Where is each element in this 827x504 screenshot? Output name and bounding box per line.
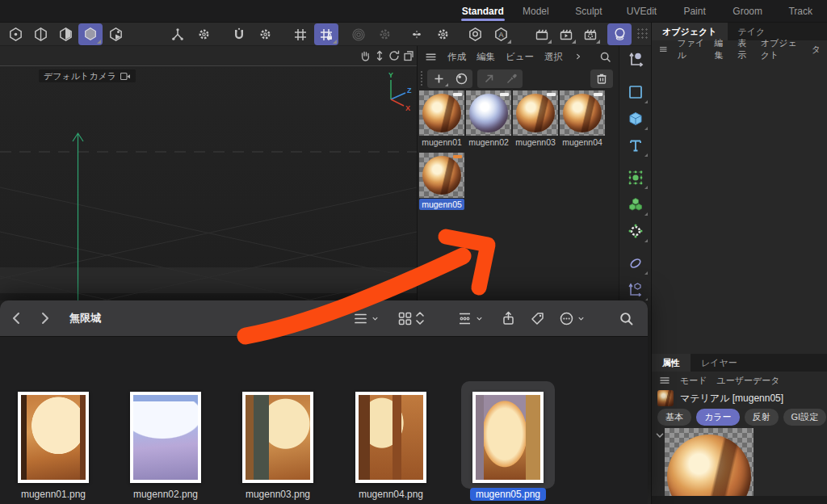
toggle-views-icon[interactable] bbox=[402, 49, 415, 62]
material-item[interactable]: mugenn04 bbox=[560, 90, 605, 148]
axis-mode-icon[interactable] bbox=[103, 23, 128, 45]
channel-color[interactable]: カラー bbox=[696, 409, 740, 426]
render-settings-icon[interactable] bbox=[578, 23, 602, 45]
material-enabled-tick[interactable] bbox=[594, 93, 602, 96]
file-item-selected[interactable]: mugenn05.png bbox=[455, 382, 560, 501]
material-item-selected[interactable]: mugenn05 bbox=[419, 153, 464, 210]
attribute-burger-icon[interactable] bbox=[659, 375, 670, 386]
add-material-button[interactable] bbox=[427, 69, 450, 88]
edges-mode-icon[interactable] bbox=[28, 23, 52, 45]
field-object-icon[interactable] bbox=[622, 250, 649, 276]
tab-track[interactable]: Track bbox=[774, 0, 827, 23]
menu-overflow-chevron-icon[interactable] bbox=[573, 52, 583, 61]
points-mode-icon[interactable] bbox=[3, 23, 27, 45]
menu-select[interactable]: 選択 bbox=[544, 51, 563, 63]
grid-icon[interactable] bbox=[288, 23, 313, 45]
pick-material-button[interactable] bbox=[500, 69, 523, 88]
material-item[interactable]: mugenn01 bbox=[419, 90, 464, 148]
snap-settings-gear-icon[interactable] bbox=[253, 23, 277, 45]
tab-model[interactable]: Model bbox=[510, 0, 563, 23]
falloff-settings-gear-icon[interactable] bbox=[372, 23, 397, 45]
material-name[interactable]: mugenn05 bbox=[419, 199, 464, 210]
model-mode-icon[interactable] bbox=[78, 23, 103, 45]
menu-file[interactable]: ファイル bbox=[678, 37, 705, 61]
rotate-view-icon[interactable] bbox=[388, 49, 401, 62]
viewport-3d[interactable]: デフォルトカメラ Y Z X bbox=[0, 65, 417, 300]
workplane-lock-icon[interactable] bbox=[314, 23, 338, 45]
instance-object-icon[interactable] bbox=[622, 277, 649, 300]
tab-layers[interactable]: レイヤー bbox=[691, 354, 748, 372]
auto-mode-icon[interactable]: A bbox=[489, 23, 513, 45]
finder-search-icon[interactable] bbox=[619, 311, 634, 326]
symmetry-icon[interactable] bbox=[405, 23, 429, 45]
menu-tags-truncated[interactable]: タ bbox=[812, 44, 821, 56]
material-name[interactable]: mugenn03 bbox=[513, 136, 558, 148]
material-search-icon[interactable] bbox=[599, 51, 611, 63]
zoom-view-icon[interactable] bbox=[373, 49, 386, 62]
file-item[interactable]: mugenn04.png bbox=[338, 382, 443, 501]
assign-material-button[interactable] bbox=[477, 69, 500, 88]
material-preview[interactable] bbox=[665, 428, 754, 496]
list-view-chevron-icon[interactable] bbox=[371, 314, 380, 323]
menu-create[interactable]: 作成 bbox=[447, 51, 466, 63]
toolbar-drag-handle[interactable] bbox=[636, 27, 649, 40]
menu-edit[interactable]: 編集 bbox=[715, 37, 728, 61]
icon-view-icon[interactable] bbox=[397, 311, 413, 326]
menu-object[interactable]: オブジェクト bbox=[761, 37, 802, 61]
spline-tool-icon[interactable] bbox=[622, 79, 649, 105]
file-name[interactable]: mugenn03.png bbox=[240, 488, 316, 501]
share-icon[interactable] bbox=[501, 311, 516, 326]
file-item[interactable]: mugenn02.png bbox=[113, 382, 218, 501]
text-tool-icon[interactable] bbox=[622, 132, 649, 158]
channel-gi[interactable]: GI設定 bbox=[783, 409, 827, 426]
group-view-icon[interactable] bbox=[457, 311, 472, 326]
menu-edit[interactable]: 編集 bbox=[476, 51, 495, 63]
file-name[interactable]: mugenn02.png bbox=[128, 488, 204, 501]
coordinates-tool-icon[interactable] bbox=[622, 47, 649, 73]
material-item[interactable]: mugenn03 bbox=[513, 90, 558, 148]
render-view-icon[interactable] bbox=[530, 23, 553, 45]
list-view-icon[interactable] bbox=[353, 311, 368, 326]
create-material-sphere-button[interactable] bbox=[450, 69, 472, 88]
tab-paint[interactable]: Paint bbox=[668, 0, 721, 23]
material-enabled-tick[interactable] bbox=[453, 93, 462, 96]
material-name[interactable]: mugenn04 bbox=[560, 136, 605, 148]
menu-view[interactable]: ビュー bbox=[506, 51, 534, 63]
icon-size-chevrons-icon[interactable] bbox=[415, 310, 425, 326]
tab-groom[interactable]: Groom bbox=[721, 0, 775, 23]
viewport-solo-icon[interactable] bbox=[463, 23, 487, 45]
symmetry-settings-gear-icon[interactable] bbox=[430, 23, 455, 45]
menu-mode[interactable]: モード bbox=[680, 375, 707, 387]
back-icon[interactable] bbox=[10, 311, 24, 326]
subdivision-surface-icon[interactable] bbox=[622, 165, 649, 191]
material-enabled-tick[interactable] bbox=[547, 93, 556, 96]
tag-icon[interactable] bbox=[530, 311, 545, 326]
channel-reflectance[interactable]: 反射 bbox=[745, 409, 779, 426]
material-name[interactable]: mugenn01 bbox=[419, 136, 464, 148]
array-generator-icon[interactable] bbox=[622, 191, 649, 217]
snap-icon[interactable] bbox=[227, 23, 251, 45]
move-tool-icon[interactable] bbox=[166, 23, 190, 45]
material-burger-icon[interactable] bbox=[425, 51, 437, 63]
file-item[interactable]: mugenn03.png bbox=[225, 382, 330, 501]
camera-label[interactable]: デフォルトカメラ bbox=[39, 69, 136, 82]
material-enabled-tick[interactable] bbox=[500, 93, 509, 96]
object-burger-icon[interactable] bbox=[659, 44, 668, 55]
material-manager-icon[interactable] bbox=[607, 23, 632, 45]
menu-show[interactable]: 表示 bbox=[737, 37, 751, 61]
material-item[interactable]: mugenn02 bbox=[466, 90, 511, 148]
deformer-icon[interactable] bbox=[622, 218, 649, 244]
more-actions-icon[interactable] bbox=[559, 311, 574, 326]
menu-user-data[interactable]: ユーザーデータ bbox=[717, 375, 780, 387]
tab-uvedit[interactable]: UVEdit bbox=[615, 0, 669, 23]
more-actions-chevron-icon[interactable] bbox=[577, 314, 586, 323]
channel-basic[interactable]: 基本 bbox=[657, 409, 691, 426]
file-item[interactable]: mugenn01.png bbox=[1, 382, 106, 501]
move-settings-gear-icon[interactable] bbox=[191, 23, 216, 45]
group-view-chevron-icon[interactable] bbox=[475, 314, 484, 323]
pan-view-icon[interactable] bbox=[359, 49, 372, 62]
tab-standard[interactable]: Standard bbox=[456, 0, 510, 23]
file-name[interactable]: mugenn01.png bbox=[15, 488, 91, 501]
material-name[interactable]: mugenn02 bbox=[466, 136, 511, 148]
forward-icon[interactable] bbox=[37, 311, 52, 326]
